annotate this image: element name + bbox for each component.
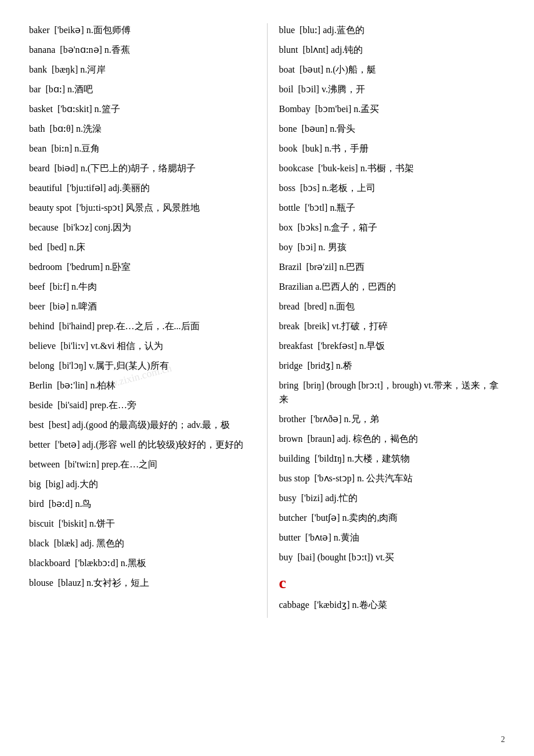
list-item: blunt [blʌnt] adj.钝的: [279, 43, 506, 57]
list-item: big [big] adj.大的: [29, 477, 255, 491]
word: bath: [29, 124, 45, 134]
phonetic: ['bʌs-stɔp]: [314, 473, 355, 483]
definition: n.酒吧: [67, 84, 93, 94]
phonetic: [big]: [45, 479, 63, 489]
word: beauty spot: [29, 203, 71, 213]
definition: v.沸腾，开: [322, 84, 365, 94]
definition: n.桥: [336, 361, 352, 370]
list-item: break [breik] vt.打破，打碎: [279, 319, 506, 333]
word: break: [279, 321, 300, 331]
word: buy: [279, 552, 293, 562]
list-item: buy [bai] (bought [bɔːt]) vt.买: [279, 550, 506, 564]
word: between: [29, 459, 60, 469]
definition: n.兄，弟: [344, 414, 379, 424]
right-entries: blue [bluː] adj.蓝色的blunt [blʌnt] adj.钝的b…: [279, 23, 506, 564]
word: bank: [29, 64, 47, 74]
phonetic: [biːn]: [51, 143, 72, 153]
right-column: blue [bluː] adj.蓝色的blunt [blʌnt] adj.钝的b…: [267, 23, 506, 618]
phonetic: ['brekfəst]: [317, 341, 357, 351]
definition: adj.大的: [66, 479, 99, 489]
list-item: beauty spot ['bjuːti-spɔt] 风景点，风景胜地: [29, 201, 255, 215]
list-item: banana [bə'nɑːnə] n.香蕉: [29, 43, 255, 57]
phonetic: ['biskit]: [59, 519, 87, 528]
phonetic: [bəː'lin]: [57, 380, 88, 390]
phonetic: ['bɑːskit]: [57, 104, 92, 114]
definition: n.洗澡: [76, 124, 102, 134]
definition: adj.美丽的: [109, 183, 150, 193]
list-item: bank [bæŋk] n.河岸: [29, 63, 255, 77]
definition: v.属于,归(某人)所有: [89, 361, 169, 370]
definition: n.啤酒: [71, 301, 97, 311]
phonetic: [bed]: [47, 242, 67, 252]
phonetic: [best]: [49, 420, 70, 430]
word: Bombay: [279, 104, 311, 114]
phonetic: [breik]: [304, 321, 330, 331]
phonetic: [bɔm'bei]: [315, 104, 352, 114]
list-item: cabbage ['kæbidʒ] n.卷心菜: [279, 598, 506, 612]
list-item: bird [bəːd] n.鸟: [29, 497, 255, 511]
phonetic: [bəːd]: [49, 499, 73, 509]
definition: (bought [bɔːt]) vt.买: [317, 552, 395, 562]
list-item: bean [biːn] n.豆角: [29, 142, 255, 156]
word: biscuit: [29, 519, 54, 528]
definition: n.卧室: [105, 262, 131, 272]
list-item: book [buk] n.书，手册: [279, 142, 506, 156]
phonetic: [briŋ]: [303, 380, 324, 390]
word: beside: [29, 400, 53, 410]
phonetic: ['betə]: [55, 440, 80, 449]
list-item: bridge [bridʒ] n.桥: [279, 359, 506, 373]
list-item: bring [briŋ] (brough [brɔːt]，brough) vt.…: [279, 379, 506, 406]
list-item: bath [bɑːθ] n.洗澡: [29, 122, 255, 136]
phonetic: ['bizi]: [301, 493, 323, 503]
definition: prep.在…之间: [102, 459, 157, 469]
list-item: belong [bi'lɔŋ] v.属于,归(某人)所有: [29, 359, 255, 373]
phonetic: [bi'kɔz]: [63, 222, 92, 232]
list-item: brown [braun] adj. 棕色的，褐色的: [279, 432, 506, 446]
list-item: Brazil [brə'zil] n.巴西: [279, 260, 506, 274]
definition: adj. 黑色的: [80, 538, 124, 548]
list-item: beside [bi'said] prep.在…旁: [29, 398, 255, 412]
left-entries: baker ['beikə] n.面包师傅banana [bə'nɑːnə] n…: [29, 23, 255, 590]
phonetic: [blæk]: [54, 538, 78, 548]
list-item: beautiful ['bjuːtifəl] adj.美丽的: [29, 181, 255, 195]
word: bedroom: [29, 262, 62, 272]
list-item: blue [bluː] adj.蓝色的: [279, 23, 506, 37]
phonetic: [biːf]: [50, 282, 69, 291]
word: banana: [29, 45, 55, 55]
list-item: bus stop ['bʌs-stɔp] n. 公共汽车站: [279, 471, 506, 485]
phonetic: [bridʒ]: [307, 361, 333, 370]
list-item: biscuit ['biskit] n.饼干: [29, 517, 255, 531]
list-item: beer [biə] n.啤酒: [29, 300, 255, 314]
word: beautiful: [29, 183, 62, 193]
word: bird: [29, 499, 44, 509]
word: bone: [279, 124, 297, 134]
word: cabbage: [279, 600, 309, 610]
word: brother: [279, 414, 306, 424]
definition: n.卷心菜: [352, 600, 387, 610]
definition: n.瓶子: [330, 203, 355, 213]
definition: n.女衬衫，短上: [86, 578, 149, 588]
definition: n. 男孩: [319, 242, 347, 252]
word: blunt: [279, 45, 298, 55]
phonetic: [bi'haind]: [59, 321, 95, 331]
phonetic: [bi'said]: [57, 400, 88, 410]
definition: n.黑板: [121, 558, 146, 568]
word: boy: [279, 242, 293, 252]
word: blue: [279, 25, 295, 35]
phonetic: ['bjuːti-spɔt]: [76, 203, 123, 213]
word: better: [29, 440, 50, 449]
phonetic: [bɔs]: [300, 183, 320, 193]
definition: adj.钝的: [331, 45, 363, 55]
word: boil: [279, 84, 294, 94]
phonetic: [bi'lɔŋ]: [59, 361, 86, 370]
list-item: better ['betə] adj.(形容 well 的比较级)较好的，更好的: [29, 438, 255, 452]
phonetic: [biə]: [50, 301, 69, 311]
list-item: breakfast ['brekfəst] n.早饭: [279, 339, 506, 353]
definition: vt.打破，打碎: [332, 321, 388, 331]
list-item: basket ['bɑːskit] n.篮子: [29, 102, 255, 116]
definition: n.香蕉: [104, 45, 130, 55]
definition: 风景点，风景胜地: [125, 203, 200, 213]
phonetic: [blʌnt]: [302, 45, 329, 55]
definition: n.面包师傅: [86, 25, 131, 35]
word: brown: [279, 434, 303, 444]
